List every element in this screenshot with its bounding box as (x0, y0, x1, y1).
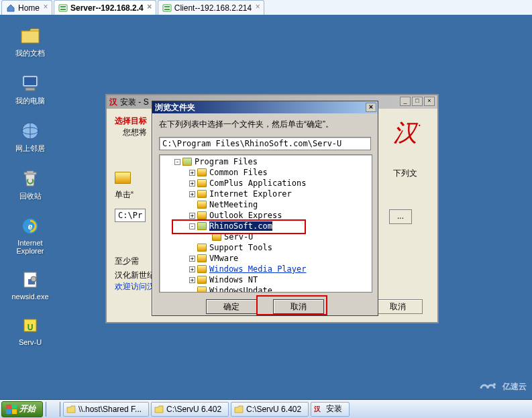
svg-rect-1 (60, 6, 66, 7)
tree-label[interactable]: ComPlus Applications (209, 178, 307, 188)
svg-rect-0 (59, 5, 67, 11)
tree-expand-icon[interactable]: + (189, 180, 195, 187)
desktop-icon-network[interactable]: 网上邻居 (7, 119, 54, 154)
tab-home[interactable]: Home × (1, 0, 52, 15)
tree-label[interactable]: Outlook Express (209, 211, 282, 220)
close-button[interactable]: × (366, 103, 376, 112)
windows-flag-icon (6, 405, 17, 414)
tab-label: Client--192.168.2.214 (174, 3, 252, 13)
taskbar-label: 安装 (326, 403, 342, 415)
folder-open-icon (197, 222, 207, 230)
select-target-label: 选择目标 (115, 116, 147, 125)
svg-text:U: U (28, 323, 34, 332)
tree-expand-icon[interactable]: + (189, 256, 195, 262)
vm-tabs: Home × Server--192.168.2.4 × Client--192… (0, 0, 532, 15)
folder-icon (197, 201, 207, 209)
close-button[interactable]: × (424, 97, 435, 106)
close-icon[interactable]: × (254, 3, 261, 10)
tree-expand-icon[interactable]: + (189, 191, 195, 197)
svg-rect-8 (25, 88, 35, 91)
tree-label[interactable]: Support Tools (209, 243, 272, 252)
tree-expand-icon[interactable]: + (189, 170, 195, 176)
tree-expand-icon[interactable]: + (189, 277, 195, 283)
browse-button[interactable]: ... (389, 209, 412, 224)
tab-label: Home (18, 3, 40, 13)
svg-point-19 (493, 383, 496, 386)
tree-label[interactable]: Program Files (195, 157, 258, 166)
tree-label-selected[interactable]: RhinoSoft.com (209, 221, 272, 231)
svg-point-16 (31, 276, 36, 282)
installer-icon: 汉 (109, 97, 117, 108)
taskbar-item[interactable]: C:\ServU 6.402 (151, 402, 229, 417)
close-icon[interactable]: × (146, 3, 153, 10)
maximize-button[interactable]: □ (412, 97, 423, 106)
divider (46, 402, 46, 417)
recycle-bin-icon (19, 167, 42, 190)
tree-collapse-icon[interactable]: - (189, 223, 195, 229)
server-icon (58, 3, 68, 13)
network-icon (19, 119, 42, 142)
tree-collapse-icon[interactable]: - (174, 159, 180, 165)
folder-documents-icon (19, 24, 42, 47)
folder-icon (197, 265, 207, 273)
folder-icon (197, 244, 207, 252)
tab-label: Server--192.168.2.4 (70, 3, 144, 13)
tree-label[interactable]: VMware (209, 254, 238, 263)
folder-icon (197, 276, 207, 284)
title-text: 浏览文件夹 (155, 102, 195, 113)
desktop-icon-servu[interactable]: U Serv-U (7, 314, 54, 346)
svg-rect-4 (164, 6, 170, 7)
tree-label[interactable]: Common Files (209, 168, 268, 177)
taskbar-item[interactable]: C:\ServU 6.402 (231, 402, 309, 417)
cancel-button[interactable]: 取消 (372, 299, 423, 314)
desktop-icon-my-documents[interactable]: 我的文档 (7, 24, 54, 58)
svg-rect-5 (164, 9, 170, 10)
servu-icon: U (19, 314, 42, 337)
tab-server[interactable]: Server--192.168.2.4 × (54, 0, 156, 15)
title-text: 安装 - S (120, 97, 149, 108)
path-field[interactable]: C:\Pr (115, 209, 146, 222)
desktop-icon-newsid[interactable]: newsid.exe (7, 268, 54, 301)
ie-icon: e (19, 215, 42, 238)
taskbar-item[interactable]: 汉 安装 (311, 402, 350, 417)
folder-icon (66, 405, 76, 414)
tree-label[interactable]: Serv-U (224, 232, 253, 242)
cancel-button[interactable]: 取消 (273, 299, 324, 314)
folder-open-icon (182, 158, 192, 166)
desktop-icon-recycle[interactable]: 回收站 (7, 167, 54, 201)
tab-client[interactable]: Client--192.168.2.214 × (158, 0, 264, 15)
folder-tree[interactable]: - Program Files + Common Files + ComPlus… (159, 154, 372, 293)
ok-button[interactable]: 确定 (206, 299, 257, 314)
close-icon[interactable]: × (42, 3, 49, 10)
taskbar-label: C:\ServU 6.402 (246, 405, 301, 414)
folder-icon (197, 190, 207, 198)
you-want-label: 您想将 (115, 127, 147, 137)
path-input[interactable] (159, 137, 371, 150)
tree-label[interactable]: Windows NT (209, 275, 258, 284)
browse-titlebar[interactable]: 浏览文件夹 × (152, 101, 378, 113)
taskbar-item[interactable]: \\.host\Shared F... (63, 402, 149, 417)
start-label: 开始 (19, 403, 36, 415)
folder-icon (197, 168, 207, 176)
folder-icon (197, 254, 207, 262)
tree-expand-icon[interactable]: + (189, 213, 195, 219)
browse-hint: 在下列列表中选择一个文件夹，然后单击“确定”。 (159, 119, 371, 130)
tree-label[interactable]: WindowsUpdate (209, 286, 272, 293)
folder-icon (154, 405, 164, 414)
tree-label[interactable]: NetMeeting (209, 200, 258, 209)
desktop-icon-my-computer[interactable]: 我的电脑 (7, 72, 54, 106)
folder-icon (115, 172, 131, 184)
folder-icon (197, 211, 207, 219)
tree-label[interactable]: Internet Explorer (209, 189, 292, 199)
watermark: 亿速云 (477, 378, 527, 393)
start-button[interactable]: 开始 (1, 401, 43, 417)
desktop-icon-ie[interactable]: e Internet Explorer (7, 215, 54, 255)
divider (60, 402, 60, 417)
home-icon (6, 3, 15, 13)
side-text: 下列文 (393, 168, 417, 179)
tree-expand-icon[interactable]: + (189, 266, 195, 272)
tree-label[interactable]: Windows Media Player (209, 264, 307, 274)
minimize-button[interactable]: _ (400, 97, 411, 106)
svg-text:e: e (28, 222, 33, 231)
svg-rect-3 (163, 5, 171, 11)
